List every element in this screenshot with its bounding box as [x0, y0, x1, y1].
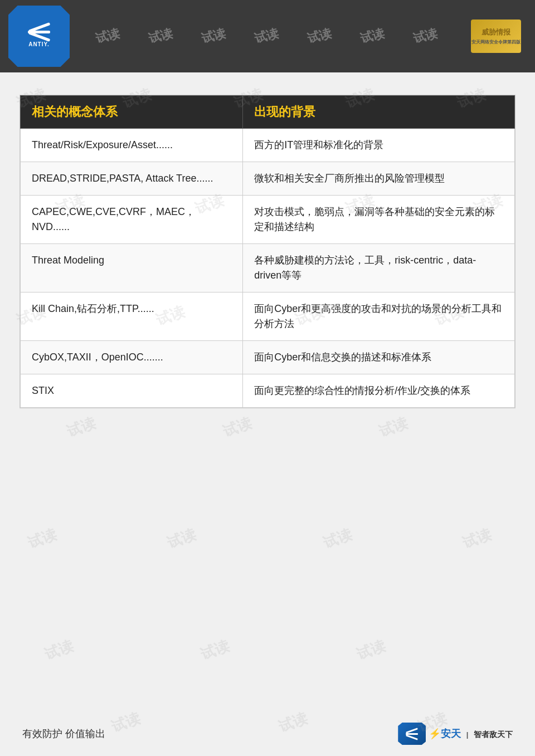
table-header-row: 相关的概念体系 出现的背景 — [21, 96, 515, 129]
main-content: 相关的概念体系 出现的背景 Threat/Risk/Exposure/Asset… — [20, 95, 515, 408]
table-cell-context: 面向Cyber和信息交换的描述和标准体系 — [243, 341, 515, 374]
footer-logo-subtext: 智者敌天下 — [474, 730, 513, 739]
content-table: 相关的概念体系 出现的背景 Threat/Risk/Exposure/Asset… — [20, 95, 515, 408]
footer: 有效防护 价值输出 ⚡安天 | 智者敌天下 — [0, 723, 535, 745]
header: ANTIY. 试读 试读 试读 试读 试读 试读 试读 威胁情报 安天网络安全令… — [0, 0, 535, 72]
footer-logo-area: ⚡安天 | 智者敌天下 — [398, 723, 513, 745]
col2-header: 出现的背景 — [243, 96, 515, 129]
table-row: DREAD,STRIDE,PASTA, Attack Tree......微软和… — [21, 162, 515, 196]
table-cell-concept: DREAD,STRIDE,PASTA, Attack Tree...... — [21, 162, 243, 196]
header-watermarks: 试读 试读 试读 试读 试读 试读 试读 — [70, 28, 463, 45]
table-cell-concept: STIX — [21, 374, 243, 408]
footer-logo-label: ⚡安天 | 智者敌天下 — [429, 727, 513, 740]
table-cell-context: 面向更完整的综合性的情报分析/作业/交换的体系 — [243, 374, 515, 408]
antiy-logo: ANTIY. — [8, 6, 70, 67]
table-cell-context: 各种威胁建模的方法论，工具，risk-centric，data-driven等等 — [243, 244, 515, 292]
table-cell-concept: Kill Chain,钻石分析,TTP...... — [21, 292, 243, 341]
footer-logo-icon — [398, 723, 426, 745]
table-row: CAPEC,CWE,CVE,CVRF，MAEC，NVD......对攻击模式，脆… — [21, 196, 515, 244]
col1-header: 相关的概念体系 — [21, 96, 243, 129]
table-cell-concept: CybOX,TAXII，OpenIOC....... — [21, 341, 243, 374]
logo-lines — [28, 25, 50, 39]
table-cell-concept: Threat Modeling — [21, 244, 243, 292]
table-row: Kill Chain,钻石分析,TTP......面向Cyber和更高强度的攻击… — [21, 292, 515, 341]
header-right-logo: 威胁情报 安天网络安全令牌第四版 — [463, 6, 529, 67]
footer-tagline: 有效防护 价值输出 — [22, 727, 105, 740]
footer-logo: ⚡安天 | 智者敌天下 — [398, 723, 513, 745]
table-row: Threat Modeling各种威胁建模的方法论，工具，risk-centri… — [21, 244, 515, 292]
table-row: Threat/Risk/Exposure/Asset......西方的IT管理和… — [21, 129, 515, 162]
table-cell-context: 西方的IT管理和标准化的背景 — [243, 129, 515, 162]
table-cell-concept: CAPEC,CWE,CVE,CVRF，MAEC，NVD...... — [21, 196, 243, 244]
table-cell-context: 面向Cyber和更高强度的攻击和对抗的场景的分析工具和分析方法 — [243, 292, 515, 341]
table-cell-context: 对攻击模式，脆弱点，漏洞等各种基础的安全元素的标定和描述结构 — [243, 196, 515, 244]
table-cell-concept: Threat/Risk/Exposure/Asset...... — [21, 129, 243, 162]
table-row: CybOX,TAXII，OpenIOC.......面向Cyber和信息交换的描… — [21, 341, 515, 374]
logo-text: ANTIY. — [28, 41, 50, 47]
table-cell-context: 微软和相关安全厂商所推出的风险管理模型 — [243, 162, 515, 196]
table-row: STIX面向更完整的综合性的情报分析/作业/交换的体系 — [21, 374, 515, 408]
